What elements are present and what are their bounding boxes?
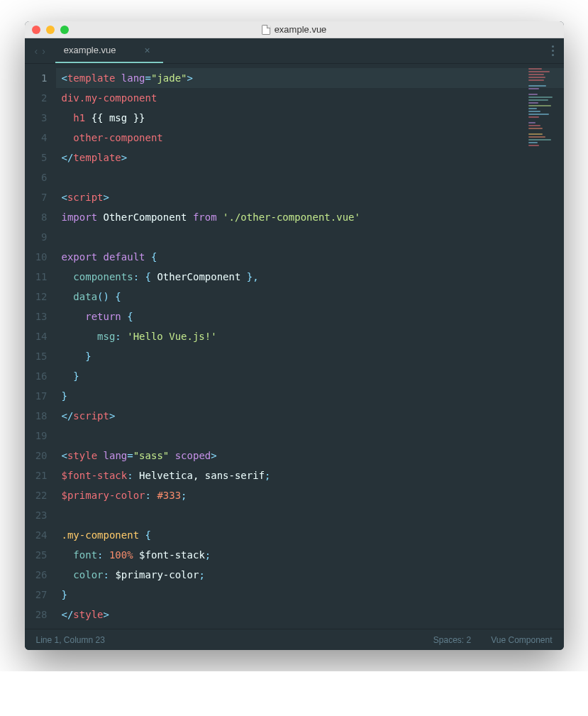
line-number[interactable]: 16 [25, 366, 56, 386]
line-number[interactable]: 28 [25, 605, 56, 624]
code-line[interactable]: } [56, 585, 564, 605]
code-line[interactable]: .my-component { [56, 525, 564, 545]
line-number[interactable]: 25 [25, 545, 56, 565]
code-line[interactable]: </script> [56, 406, 564, 426]
line-number[interactable]: 27 [25, 585, 56, 605]
line-number-gutter: 1234567891011121314151617181920212223242… [25, 64, 56, 629]
line-number[interactable]: 17 [25, 386, 56, 406]
code-line[interactable]: </style> [56, 605, 564, 624]
code-line[interactable]: components: { OtherComponent }, [56, 267, 564, 287]
code-line[interactable]: </template> [56, 148, 564, 167]
code-line[interactable] [56, 426, 564, 446]
code-line[interactable]: other-component [56, 128, 564, 148]
code-line[interactable]: return { [56, 307, 564, 326]
line-number[interactable]: 18 [25, 406, 56, 426]
line-number[interactable]: 13 [25, 307, 56, 326]
statusbar: Line 1, Column 23 Spaces: 2 Vue Componen… [25, 629, 564, 650]
titlebar-title: example.vue [262, 24, 327, 35]
code-editor[interactable]: <template lang="jade">div.my-component h… [56, 64, 564, 629]
line-number[interactable]: 1 [25, 68, 56, 88]
code-line[interactable]: div.my-component [56, 88, 564, 108]
tab-label: example.vue [64, 45, 116, 55]
tabbar: ‹ › example.vue × [25, 38, 564, 64]
code-line[interactable]: data() { [56, 287, 564, 307]
line-number[interactable]: 8 [25, 207, 56, 227]
nav-back-icon[interactable]: ‹ [35, 45, 38, 57]
more-vertical-icon [552, 45, 554, 56]
line-number[interactable]: 12 [25, 287, 56, 307]
close-window-button[interactable] [32, 26, 40, 34]
editor-window: example.vue ‹ › example.vue × 1234567891… [25, 21, 564, 650]
line-number[interactable]: 14 [25, 326, 56, 346]
nav-forward-icon[interactable]: › [42, 45, 45, 57]
code-line[interactable] [56, 227, 564, 247]
code-line[interactable]: } [56, 346, 564, 366]
line-number[interactable]: 26 [25, 565, 56, 585]
file-icon [262, 25, 270, 35]
titlebar[interactable]: example.vue [25, 21, 564, 38]
code-line[interactable]: <template lang="jade"> [56, 68, 564, 88]
code-line[interactable] [56, 505, 564, 525]
code-line[interactable]: color: $primary-color; [56, 565, 564, 585]
line-number[interactable]: 20 [25, 446, 56, 466]
status-indent[interactable]: Spaces: 2 [433, 635, 471, 645]
code-line[interactable] [56, 167, 564, 187]
code-line[interactable]: } [56, 366, 564, 386]
code-line[interactable]: <script> [56, 187, 564, 207]
code-line[interactable]: h1 {{ msg }} [56, 108, 564, 128]
line-number[interactable]: 24 [25, 525, 56, 545]
maximize-window-button[interactable] [60, 26, 69, 34]
code-line[interactable]: export default { [56, 247, 564, 267]
status-cursor-position[interactable]: Line 1, Column 23 [36, 635, 105, 645]
line-number[interactable]: 9 [25, 227, 56, 247]
close-tab-icon[interactable]: × [145, 45, 150, 56]
code-line[interactable]: $font-stack: Helvetica, sans-serif; [56, 466, 564, 485]
code-line[interactable]: } [56, 386, 564, 406]
line-number[interactable]: 4 [25, 128, 56, 148]
minimize-window-button[interactable] [46, 26, 55, 34]
line-number[interactable]: 15 [25, 346, 56, 366]
line-number[interactable]: 10 [25, 247, 56, 267]
line-number[interactable]: 23 [25, 505, 56, 525]
code-line[interactable]: $primary-color: #333; [56, 485, 564, 505]
line-number[interactable]: 5 [25, 148, 56, 167]
editor-area: 1234567891011121314151617181920212223242… [25, 64, 564, 629]
code-line[interactable]: <style lang="sass" scoped> [56, 446, 564, 466]
code-line[interactable]: msg: 'Hello Vue.js!' [56, 326, 564, 346]
traffic-lights [32, 26, 69, 34]
code-line[interactable]: import OtherComponent from './other-comp… [56, 207, 564, 227]
code-line[interactable]: font: 100% $font-stack; [56, 545, 564, 565]
status-filetype[interactable]: Vue Component [491, 635, 552, 645]
line-number[interactable]: 2 [25, 88, 56, 108]
line-number[interactable]: 19 [25, 426, 56, 446]
tabbar-menu[interactable] [542, 38, 564, 63]
titlebar-filename: example.vue [274, 24, 327, 35]
tab-active[interactable]: example.vue × [55, 38, 163, 63]
line-number[interactable]: 7 [25, 187, 56, 207]
line-number[interactable]: 22 [25, 485, 56, 505]
line-number[interactable]: 6 [25, 167, 56, 187]
nav-arrows: ‹ › [25, 38, 55, 63]
line-number[interactable]: 11 [25, 267, 56, 287]
line-number[interactable]: 3 [25, 108, 56, 128]
line-number[interactable]: 21 [25, 466, 56, 485]
